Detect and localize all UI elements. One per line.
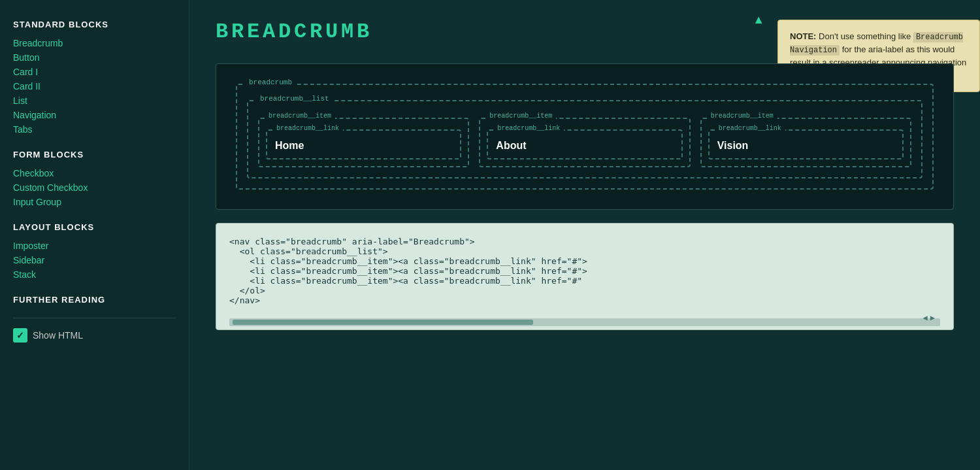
sidebar-item-custom-checkbox[interactable]: Custom Checkbox [13, 180, 176, 195]
code-line-6: </ol> [229, 286, 265, 295]
sidebar-divider [13, 318, 176, 318]
breadcrumb-link-label-2: breadcrumb__link [493, 125, 564, 132]
sidebar-item-tabs[interactable]: Tabs [13, 122, 176, 137]
breadcrumb-outer-label: breadcrumb [245, 78, 296, 86]
show-html-label: Show HTML [33, 330, 83, 341]
breadcrumb-link-box-1: breadcrumb__link Home [266, 129, 461, 159]
sidebar-item-checkbox[interactable]: Checkbox [13, 166, 176, 180]
code-scrollbar-arrows: ◀ ▶ [923, 313, 935, 323]
sidebar-item-card-i[interactable]: Card I [13, 65, 176, 79]
show-html-checkbox[interactable] [13, 328, 27, 343]
breadcrumb-link-text-3[interactable]: Vision [717, 140, 894, 152]
scroll-left-arrow[interactable]: ◀ [923, 313, 928, 323]
sidebar-item-breadcrumb[interactable]: Breadcrumb [13, 36, 176, 50]
breadcrumb-link-box-2: breadcrumb__link About [487, 129, 682, 159]
breadcrumb-item-label-3: breadcrumb__item [707, 112, 777, 120]
breadcrumb-link-label-3: breadcrumb__link [715, 125, 785, 132]
code-line-3: <li class="breadcrumb__item"><a class="b… [229, 256, 587, 266]
breadcrumb-link-label-1: breadcrumb__link [272, 125, 343, 132]
note-label: NOTE: [790, 31, 816, 41]
standard-blocks-heading: STANDARD BLOCKS [13, 20, 176, 29]
further-reading-heading: FURTHER READING [13, 295, 176, 305]
sidebar-item-stack[interactable]: Stack [13, 267, 176, 282]
sidebar-item-button[interactable]: Button [13, 50, 176, 65]
scroll-top-button[interactable]: ▲ [753, 13, 764, 27]
code-line-5: <li class="breadcrumb__item"><a class="b… [229, 276, 582, 286]
main-content: ▲ BREADCRUMB NOTE: Don't use something l… [189, 0, 980, 470]
sidebar-item-list[interactable]: List [13, 93, 176, 108]
code-scrollbar-thumb[interactable] [233, 320, 533, 325]
breadcrumb-item-1: breadcrumb__item breadcrumb__link Home [258, 118, 469, 167]
sidebar-item-navigation[interactable]: Navigation [13, 108, 176, 122]
breadcrumb-item-label-2: breadcrumb__item [485, 112, 556, 120]
code-line-1: <nav class="breadcrumb" aria-label="Brea… [229, 237, 475, 246]
sidebar-item-input-group[interactable]: Input Group [13, 195, 176, 209]
show-html-row[interactable]: Show HTML [13, 328, 176, 343]
form-blocks-heading: FORM BLOCKS [13, 150, 176, 159]
breadcrumb-item-2: breadcrumb__item breadcrumb__link About [479, 118, 690, 167]
scroll-right-arrow[interactable]: ▶ [930, 313, 935, 323]
code-content: <nav class="breadcrumb" aria-label="Brea… [229, 237, 940, 315]
layout-blocks-heading: LAYOUT BLOCKS [13, 222, 176, 232]
code-line-4: <li class="breadcrumb__item"><a class="b… [229, 266, 587, 276]
breadcrumb-items-row: breadcrumb__item breadcrumb__link Home b… [258, 118, 911, 167]
breadcrumb-item-3: breadcrumb__item breadcrumb__link Vision [700, 118, 911, 167]
breadcrumb-list-label: breadcrumb__list [256, 95, 333, 103]
note-text-1: Don't use something like [819, 31, 913, 41]
code-line-2: <ol class="breadcrumb__list"> [229, 246, 388, 256]
sidebar-item-card-ii[interactable]: Card II [13, 79, 176, 93]
breadcrumb-link-text-1[interactable]: Home [275, 140, 452, 152]
sidebar-item-imposter[interactable]: Imposter [13, 239, 176, 253]
breadcrumb-outer-box: breadcrumb breadcrumb__list breadcrumb__… [236, 84, 934, 190]
sidebar: STANDARD BLOCKS Breadcrumb Button Card I… [0, 0, 189, 470]
code-line-7: </nav> [229, 295, 260, 305]
breadcrumb-list-box: breadcrumb__list breadcrumb__item breadc… [247, 100, 923, 178]
breadcrumb-item-label-1: breadcrumb__item [265, 112, 335, 120]
breadcrumb-link-box-3: breadcrumb__link Vision [708, 129, 904, 159]
code-box: <nav class="breadcrumb" aria-label="Brea… [216, 223, 954, 330]
code-scrollbar[interactable]: ◀ ▶ [229, 318, 940, 326]
diagram-box: breadcrumb breadcrumb__list breadcrumb__… [216, 63, 954, 210]
breadcrumb-link-text-2[interactable]: About [496, 140, 673, 152]
sidebar-item-sidebar[interactable]: Sidebar [13, 253, 176, 267]
